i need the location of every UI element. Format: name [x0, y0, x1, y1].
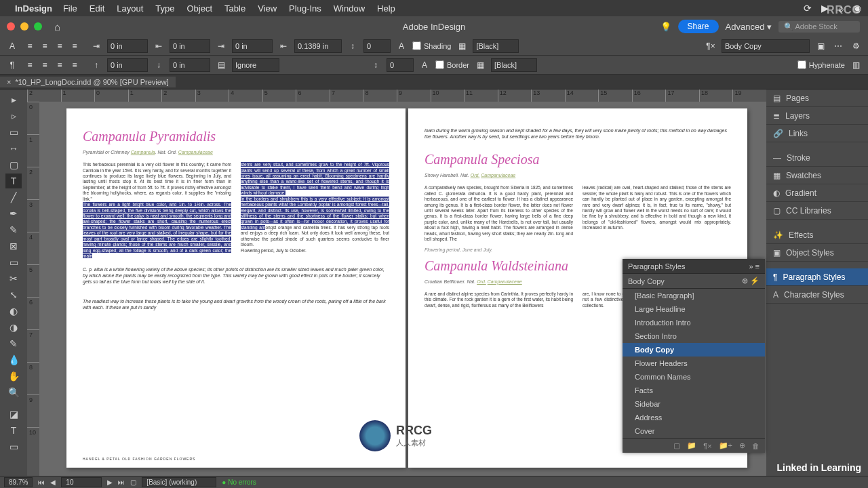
panel-stroke[interactable]: — Stroke [766, 149, 868, 167]
panel-header[interactable]: Paragraph Styles » ≡ [623, 259, 765, 274]
page-tool[interactable]: ▭ [5, 125, 22, 140]
style-address[interactable]: Address [623, 411, 765, 424]
grid-field[interactable] [387, 58, 414, 72]
text-wrap-icon[interactable]: ▣ [814, 39, 827, 53]
justify-left-icon[interactable]: ≡ [23, 58, 37, 72]
style-common-names[interactable]: Common Names [623, 370, 765, 384]
first-page-icon[interactable]: ⏮ [38, 479, 45, 486]
type-tool[interactable]: T [5, 174, 22, 188]
hyphenate-checkbox[interactable]: Hyphenate [797, 60, 845, 69]
last-indent-field[interactable] [294, 39, 342, 53]
menu-layout[interactable]: Layout [117, 3, 143, 14]
justify-center-icon[interactable]: ≡ [38, 58, 52, 72]
style-large-headline[interactable]: Large Headline [623, 302, 765, 316]
border-checkbox[interactable]: Border [435, 60, 469, 69]
zoom-window-button[interactable] [34, 22, 42, 30]
style-cover[interactable]: Cover [623, 424, 765, 438]
para-format-icon[interactable]: A [5, 39, 19, 53]
close-window-button[interactable] [7, 22, 15, 30]
cc-folder-icon[interactable]: ▢ [673, 441, 680, 450]
folder-icon[interactable]: 📁 [687, 441, 696, 450]
tips-icon[interactable]: 💡 [660, 22, 671, 32]
style-facts[interactable]: Facts [623, 384, 765, 397]
panel-character-styles[interactable]: A Character Styles [766, 286, 868, 304]
new-style-btn[interactable]: ⊕ [739, 441, 745, 450]
shading-swatch[interactable] [473, 39, 519, 53]
adobe-stock-search[interactable]: 🔍 Adobe Stock [778, 21, 860, 33]
align-right-icon[interactable]: ≡ [53, 39, 66, 53]
justify-full-icon[interactable]: ≡ [68, 58, 81, 72]
eyedropper-tool[interactable]: 💧 [5, 352, 22, 367]
style-basic-paragraph[interactable]: [Basic Paragraph] [623, 289, 765, 302]
page-left[interactable]: Campanula Pyramidalis Pyramidal or Chimn… [66, 108, 406, 468]
direct-selection-tool[interactable]: ▹ [5, 108, 22, 123]
clear-overrides-icon[interactable]: ¶× [704, 39, 717, 53]
rectangle-frame-tool[interactable]: ⊠ [5, 239, 22, 253]
justify-right-icon[interactable]: ≡ [53, 58, 66, 72]
gradient-feather-tool[interactable]: ◑ [5, 320, 22, 335]
home-icon[interactable]: ⌂ [54, 21, 60, 33]
menu-table[interactable]: Table [224, 3, 245, 14]
shading-swatch-icon[interactable]: ▦ [455, 39, 469, 53]
panel-layers[interactable]: ≣ Layers [766, 107, 868, 125]
last-page-icon[interactable]: ⏭ [118, 479, 125, 486]
text-fill-icon[interactable]: T [5, 423, 22, 438]
span-columns-icon[interactable]: ▥ [849, 58, 863, 72]
panel-pages[interactable]: ▤ Pages [766, 89, 868, 107]
workspace-dropdown[interactable]: Advanced ▾ [726, 22, 772, 32]
panel-gradient[interactable]: ◐ Gradient [766, 184, 868, 202]
style-body-copy[interactable]: Body Copy [623, 343, 765, 357]
right-indent-field[interactable] [170, 39, 210, 53]
left-indent-field[interactable] [107, 39, 148, 53]
style-section-intro[interactable]: Section Intro [623, 329, 765, 343]
preset-select[interactable]: [Basic] (working) [142, 477, 216, 487]
new-group-icon[interactable]: 📁+ [719, 441, 732, 450]
panel-paragraph-styles[interactable]: ¶ Paragraph Styles [766, 268, 868, 286]
menu-object[interactable]: Object [187, 3, 213, 14]
view-mode-icon[interactable]: ▭ [5, 439, 22, 454]
preflight-status[interactable]: ● No errors [222, 479, 256, 486]
align-center-icon[interactable]: ≡ [38, 39, 52, 53]
horizontal-ruler[interactable]: 21012345678910111213141516171819 [27, 89, 766, 102]
dropcap2-icon[interactable]: A [418, 58, 431, 72]
panel-effects[interactable]: ✨ Effects [766, 226, 868, 244]
auto-leading-field[interactable] [363, 39, 391, 53]
gear-icon[interactable]: ⚙ [849, 39, 863, 53]
open-icon[interactable]: ▢ [130, 479, 136, 486]
rectangle-tool[interactable]: ▭ [5, 255, 22, 270]
document-tab[interactable]: × *10_HP_LongDoc.indd @ 90% [GPU Preview… [0, 77, 176, 87]
char-format-icon[interactable]: ¶ [5, 58, 19, 72]
align-left-icon[interactable]: ≡ [23, 39, 37, 53]
content-collector-tool[interactable]: ▢ [5, 157, 22, 172]
share-button[interactable]: Share [678, 20, 719, 33]
panel-links[interactable]: 🔗 Links [766, 125, 868, 142]
scissors-tool[interactable]: ✂ [5, 271, 22, 286]
vertical-ruler[interactable]: 012345678910 [27, 102, 39, 476]
style-introduction-intro[interactable]: Introduction Intro [623, 316, 765, 329]
panel-swatches[interactable]: ▦ Swatches [766, 167, 868, 184]
style-flower-headers[interactable]: Flower Headers [623, 357, 765, 370]
gradient-swatch-tool[interactable]: ◐ [5, 304, 22, 319]
para-style-select[interactable] [722, 39, 810, 53]
menu-file[interactable]: File [63, 3, 77, 14]
free-transform-tool[interactable]: ⤡ [5, 287, 22, 302]
note-tool[interactable]: ✎ [5, 336, 22, 351]
menu-window[interactable]: Window [334, 3, 365, 14]
first-indent-field[interactable] [232, 39, 273, 53]
panel-cc-libraries[interactable]: ▢ CC Libraries [766, 202, 868, 220]
new-style-icon[interactable]: ⊕ ⚡ [742, 277, 760, 285]
cc-icon[interactable]: ⟳ [804, 3, 812, 14]
menu-type[interactable]: Type [155, 3, 174, 14]
options-icon[interactable]: ⋯ [831, 39, 845, 53]
minimize-window-button[interactable] [20, 22, 28, 30]
style-sidebar[interactable]: Sidebar [623, 397, 765, 411]
menu-edit[interactable]: Edit [90, 3, 104, 14]
shading-checkbox[interactable]: Shading [412, 41, 451, 50]
paragraph-styles-panel[interactable]: Paragraph Styles » ≡ Body Copy ⊕ ⚡ [Basi… [623, 259, 765, 453]
prev-page-icon[interactable]: ◀ [50, 479, 56, 486]
menu-help[interactable]: Help [377, 3, 395, 14]
panel-object-styles[interactable]: ▣ Object Styles [766, 244, 868, 262]
gap-tool[interactable]: ↔ [5, 141, 22, 156]
page-number-field[interactable]: 10 [61, 477, 102, 487]
zoom-level[interactable]: 89.7% [4, 477, 33, 487]
